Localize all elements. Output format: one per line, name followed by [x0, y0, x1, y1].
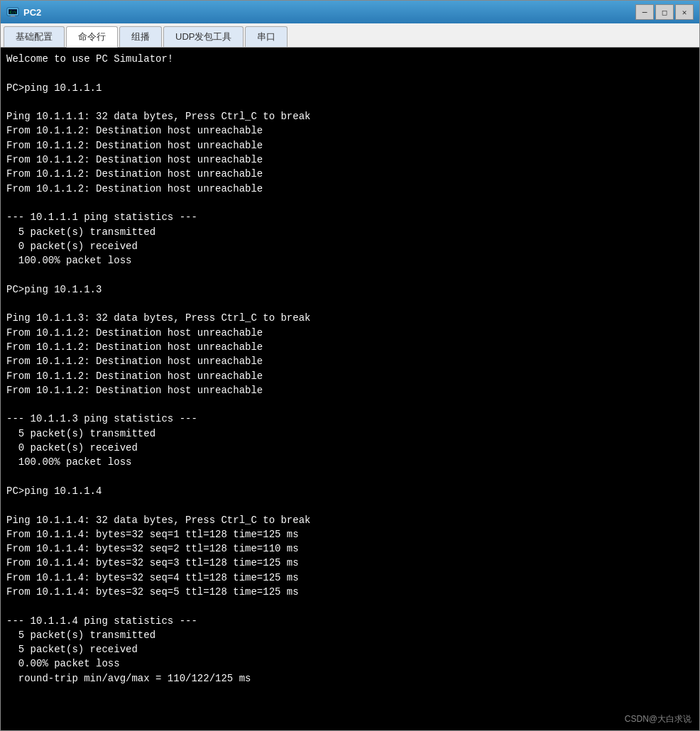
minimize-button[interactable]: ─ [635, 4, 654, 20]
main-window: C:\ PC2 ─ □ ✕ 基础配置 命令行 组播 UDP发包工具 串口 Wel… [0, 0, 700, 731]
terminal-output[interactable]: Welcome to use PC Simulator! PC>ping 10.… [1, 48, 699, 730]
title-bar: C:\ PC2 ─ □ ✕ [1, 1, 699, 23]
tab-command-line[interactable]: 命令行 [66, 26, 118, 48]
watermark-text: CSDN@大白求说 [625, 713, 691, 725]
window-controls: ─ □ ✕ [635, 4, 694, 20]
tab-bar: 基础配置 命令行 组播 UDP发包工具 串口 [1, 23, 699, 48]
tab-serial[interactable]: 串口 [245, 26, 288, 47]
app-icon: C:\ [6, 6, 19, 18]
maximize-button[interactable]: □ [655, 4, 674, 20]
close-button[interactable]: ✕ [675, 4, 694, 20]
svg-rect-3 [9, 16, 16, 17]
window-title: PC2 [23, 7, 635, 18]
tab-multicast[interactable]: 组播 [119, 26, 162, 47]
tab-udp-tool[interactable]: UDP发包工具 [163, 26, 244, 47]
svg-text:C:\: C:\ [10, 10, 16, 14]
tab-basic-config[interactable]: 基础配置 [4, 26, 65, 47]
